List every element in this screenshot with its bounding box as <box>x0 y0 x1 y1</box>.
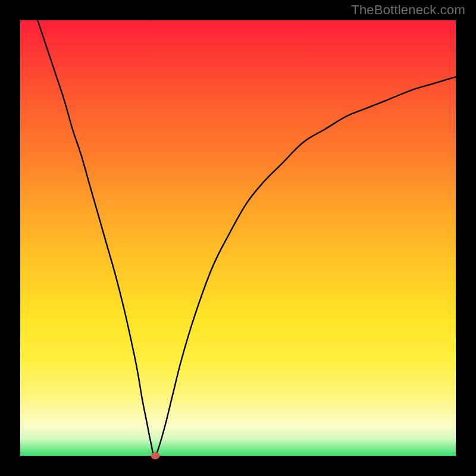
chart-frame: TheBottleneck.com <box>0 0 476 476</box>
bottleneck-curve <box>20 20 456 456</box>
min-marker <box>151 452 159 459</box>
plot-area <box>20 20 456 456</box>
curve-path <box>37 20 456 456</box>
watermark-text: TheBottleneck.com <box>351 2 465 18</box>
